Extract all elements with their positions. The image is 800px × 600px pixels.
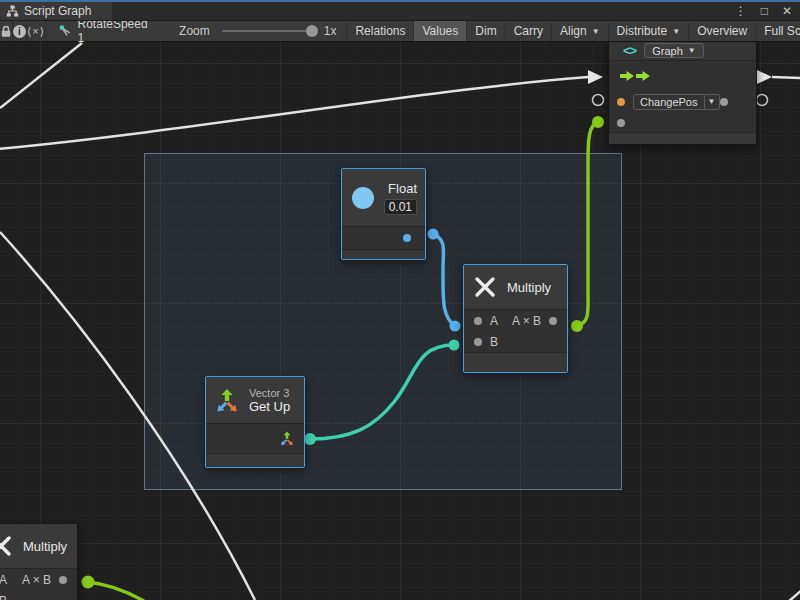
- unconnected-port-circle-left[interactable]: [593, 95, 604, 106]
- multiply2-port-out[interactable]: [59, 576, 67, 584]
- chevron-down-icon: ▼: [672, 27, 680, 36]
- vector3-subtitle: Vector 3: [249, 387, 290, 399]
- align-dropdown[interactable]: Align ▼: [551, 21, 608, 41]
- code-brackets-icon: <>: [623, 43, 636, 58]
- flow-output-triangle[interactable]: [757, 70, 772, 84]
- flow-out-arrow-icon[interactable]: [635, 70, 651, 82]
- changepos-dropdown[interactable]: ChangePos ▼: [633, 94, 720, 110]
- float-value-field[interactable]: 0.01: [384, 199, 417, 215]
- wire-multiply2-out[interactable]: [88, 582, 144, 600]
- wire-dot-multiply-out: [571, 320, 583, 332]
- carry-button[interactable]: Carry: [505, 21, 551, 41]
- info-icon: i: [13, 25, 26, 38]
- relations-button[interactable]: Relations: [346, 21, 413, 41]
- wire-dot-getup-out: [304, 433, 316, 445]
- multiply-port-a[interactable]: [474, 317, 482, 325]
- graph-input-port-gray[interactable]: [617, 119, 625, 127]
- float-output-port[interactable]: [403, 234, 411, 242]
- breadcrumb-label: RotateSpeed 1: [78, 17, 150, 45]
- code-icon: ⟨×⟩: [27, 25, 45, 38]
- wire-multiply-to-graph[interactable]: [577, 122, 598, 326]
- multiply-node-title: Multiply: [507, 280, 551, 295]
- multiply2-node-title: Multiply: [23, 539, 67, 554]
- window-controls: ⋮ □ ✕: [735, 2, 800, 20]
- wire-float-to-multiply-a[interactable]: [433, 234, 455, 326]
- node-multiply-2[interactable]: Multiply A A × B B: [0, 523, 78, 600]
- vector3-output-row: [206, 424, 304, 453]
- window-close-icon[interactable]: ✕: [782, 5, 792, 17]
- graph-toolbar: i ⟨×⟩ RotateSpeed 1 Zoom 1x Relations: [0, 21, 800, 42]
- graph-extra-row: [609, 113, 756, 132]
- wire-getup-to-multiply-b[interactable]: [310, 345, 454, 439]
- unconnected-port-circle-right[interactable]: [757, 95, 768, 106]
- wire-dot-multiply-b: [449, 340, 460, 351]
- float-node-header: Float 0.01: [342, 169, 425, 227]
- float-node-title: Float: [388, 181, 417, 196]
- wire-dot-multiply2-out: [82, 576, 95, 589]
- zoom-slider-handle[interactable]: [306, 25, 318, 37]
- wire-white-topleft[interactable]: [0, 43, 82, 108]
- wire-dot-multiply-a: [450, 321, 461, 332]
- multiply2-row-b: B: [0, 590, 77, 600]
- multiply-row-b: B: [464, 331, 567, 352]
- code-preview-button[interactable]: ⟨×⟩: [27, 21, 46, 41]
- node-float[interactable]: Float 0.01: [341, 168, 426, 260]
- toolbar-buttons: Relations Values Dim Carry Align ▼ Distr…: [346, 21, 800, 41]
- node-graph-changepos[interactable]: <> Graph ▼ ChangePos ▼: [608, 42, 757, 145]
- dim-button[interactable]: Dim: [466, 21, 504, 41]
- graph-output-port[interactable]: [720, 98, 728, 106]
- vector3-title: Get Up: [249, 399, 290, 414]
- flow-in-arrow-icon[interactable]: [619, 70, 635, 82]
- window-focus-line: [0, 0, 800, 2]
- node-multiply[interactable]: Multiply A A × B B: [463, 264, 568, 373]
- zoom-slider[interactable]: [222, 30, 312, 32]
- graph-asset-icon: [59, 24, 72, 38]
- chevron-down-icon: ▼: [592, 27, 600, 36]
- window-maximize-icon[interactable]: □: [761, 5, 768, 17]
- float-node-footer: [342, 249, 425, 259]
- graph-node-header: <> Graph ▼: [609, 42, 756, 61]
- graph-node-footer: [609, 132, 756, 144]
- float-output-row: [342, 227, 425, 249]
- wire-white-graph-output[interactable]: [772, 77, 800, 78]
- multiply-port-b[interactable]: [474, 338, 482, 346]
- graph-value-row: ChangePos ▼: [609, 90, 756, 113]
- zoom-label: Zoom: [179, 24, 210, 38]
- chevron-down-icon: ▼: [688, 46, 696, 55]
- wire-white-corner[interactable]: [788, 590, 800, 600]
- breadcrumb[interactable]: RotateSpeed 1: [59, 21, 149, 41]
- graph-dropdown-button[interactable]: Graph ▼: [644, 43, 704, 58]
- fullscreen-button[interactable]: Full Scree: [755, 21, 800, 41]
- graph-input-port-orange[interactable]: [617, 98, 625, 106]
- window-menu-icon[interactable]: ⋮: [735, 5, 747, 17]
- wire-dot-graph-in: [592, 116, 604, 128]
- vector3-node-footer: [206, 453, 304, 467]
- multiply-node-footer: [464, 352, 567, 372]
- distribute-dropdown[interactable]: Distribute ▼: [608, 21, 689, 41]
- multiply-node-header: Multiply: [464, 265, 567, 310]
- vector3-node-header: Vector 3 Get Up: [206, 377, 304, 424]
- wire-dot-float-out: [428, 229, 439, 240]
- graph-flow-row: [609, 61, 756, 90]
- multiply2-row-a: A A × B: [0, 569, 77, 590]
- multiply-row-a: A A × B: [464, 310, 567, 331]
- info-button[interactable]: i: [13, 21, 27, 41]
- zoom-control: Zoom 1x: [179, 21, 336, 41]
- multiply-x-icon: [0, 534, 13, 558]
- tab-label: Script Graph: [24, 4, 91, 18]
- multiply-port-out[interactable]: [549, 317, 557, 325]
- values-button[interactable]: Values: [413, 21, 466, 41]
- lock-icon: [0, 25, 12, 38]
- title-bar: Script Graph ⋮ □ ✕: [0, 2, 800, 21]
- node-vector3-get-up[interactable]: Vector 3 Get Up: [205, 376, 305, 468]
- vector3-arrows-icon: [214, 388, 240, 413]
- flow-input-triangle[interactable]: [588, 70, 603, 84]
- multiply2-node-header: Multiply: [0, 524, 77, 569]
- graph-canvas[interactable]: Float 0.01 Multiply A A × B: [0, 42, 800, 600]
- vector3-output-port-icon[interactable]: [279, 431, 295, 446]
- lock-button[interactable]: [0, 21, 13, 41]
- multiply-x-icon: [473, 275, 497, 299]
- overview-button[interactable]: Overview: [688, 21, 755, 41]
- wire-white-to-graph-input[interactable]: [0, 77, 588, 149]
- tab-script-graph[interactable]: Script Graph: [0, 2, 112, 20]
